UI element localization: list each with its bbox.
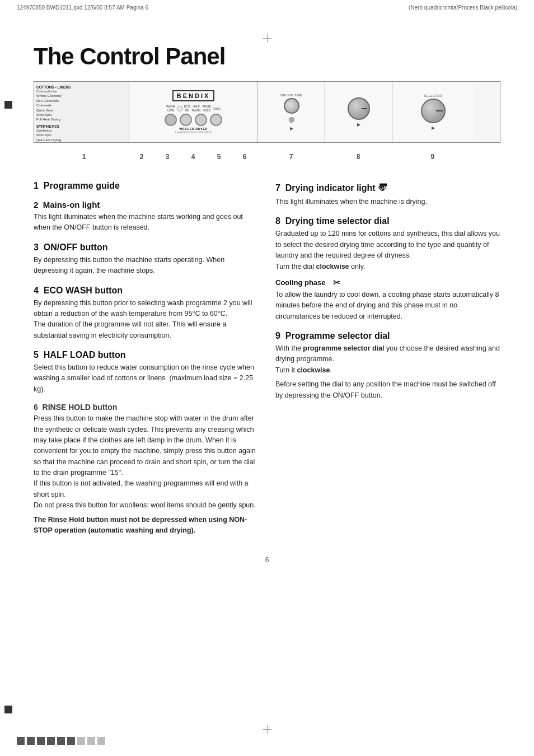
panel-synthetics-title: SYNTHETICS <box>36 124 127 128</box>
section-8-body: Graduated up to 120 mins for cottons and… <box>275 228 500 272</box>
num-9: 9 <box>392 153 473 161</box>
panel-cottons-programs: Cottons/Linen Whites Economy Non Coloure… <box>36 89 127 122</box>
panel-section-1: COTTONS - LINENS Cottons/Linen Whites Ec… <box>34 82 129 142</box>
bottom-square-7 <box>77 737 85 745</box>
top-meta-bar: 124970850 BWD1011.qxd 12/6/00 8:57 AM Pa… <box>0 0 534 15</box>
panel-eco-button[interactable] <box>180 114 192 126</box>
bottom-square-8 <box>87 737 95 745</box>
bottom-square-2 <box>27 737 35 745</box>
panel-half-button[interactable] <box>195 114 207 126</box>
panel-dial-8 <box>348 97 370 120</box>
crosshair-bottom-mark <box>263 725 271 734</box>
bottom-square-9 <box>97 737 105 745</box>
bottom-square-1 <box>17 737 25 745</box>
section-6-bold-body: The Rinse Hold button must not be depres… <box>34 515 259 536</box>
bottom-bar <box>17 737 105 745</box>
num-4: 4 <box>180 153 206 161</box>
bendix-logo: BENDIX <box>172 90 215 101</box>
section-8-heading: 8 Drying time selector dial <box>275 216 500 226</box>
num-8: 8 <box>325 153 392 161</box>
num-2: 2 <box>129 153 154 161</box>
panel-mains-light <box>177 106 182 111</box>
main-content: The Control Panel COTTONS - LINENS Cotto… <box>0 32 534 598</box>
panel-arrow-7: ▶ <box>290 126 293 131</box>
section-3-heading: 3 ON/OFF button <box>34 242 259 253</box>
cooling-phase-body: To allow the laundry to cool down, a coo… <box>275 290 500 322</box>
bottom-square-5 <box>57 737 65 745</box>
right-column: 7 Drying indicator light 〠 This light il… <box>275 172 500 539</box>
panel-drying-time-label: DRYING TIME <box>280 94 302 97</box>
section-5-heading: 5 HALF LOAD button <box>34 350 259 360</box>
panel-selector-label: SELECTOR <box>424 94 442 97</box>
bottom-square-4 <box>47 737 55 745</box>
section-5-body: Select this button to reduce water consu… <box>34 362 259 395</box>
panel-label-warm: WARM LOW <box>166 105 175 112</box>
panel-synthetics-programs: Synthetics Wool Spin Half Heat Drying <box>36 128 127 142</box>
bottom-square-6 <box>67 737 75 745</box>
panel-cottons-title: COTTONS - LINENS <box>36 85 127 89</box>
page-title: The Control Panel <box>34 43 500 70</box>
section-9-body2: Before setting the dial to any position … <box>275 379 500 401</box>
numbers-row: 1 2 3 4 5 6 7 8 9 <box>34 152 500 166</box>
panel-indicator-light-7 <box>289 117 294 123</box>
num-3: 3 <box>154 153 180 161</box>
section-2-body: This light illuminates when the machine … <box>34 212 259 234</box>
panel-label-eco: ECO ON <box>184 105 190 112</box>
num-5: 5 <box>206 153 232 161</box>
section-1-heading: 1 Programme guide <box>34 181 259 191</box>
section-9-heading: 9 Programme selector dial <box>275 331 500 341</box>
page-wrapper: 124970850 BWD1011.qxd 12/6/00 8:57 AM Pa… <box>0 0 534 756</box>
section-7-heading: 7 Drying indicator light 〠 <box>275 181 500 194</box>
reg-mark-bottom-left <box>4 706 12 713</box>
panel-section-7: DRYING TIME ▶ <box>258 82 325 142</box>
section-7-body: This light illuminates when the machine … <box>275 197 500 207</box>
section-2-heading: 2 Mains-on light <box>34 200 259 209</box>
drying-indicator-icon: 〠 <box>378 182 388 193</box>
section-9-body1: With the programme selector dial you cho… <box>275 343 500 376</box>
cooling-phase-icon: ✂ <box>333 278 340 288</box>
description-columns: 1 Programme guide 2 Mains-on light This … <box>34 172 500 539</box>
section-3-body: By depressing this button the machine st… <box>34 255 259 277</box>
panel-section-8: ▶ <box>325 82 392 142</box>
panel-onoff-button[interactable] <box>165 114 177 126</box>
panel-rinse-button[interactable] <box>210 114 222 126</box>
left-column: 1 Programme guide 2 Mains-on light This … <box>34 172 259 539</box>
section-6-body: Press this button to make the machine st… <box>34 413 259 511</box>
panel-diagram: COTTONS - LINENS Cottons/Linen Whites Ec… <box>34 81 500 143</box>
section-4-body: By depressing this button prior to selec… <box>34 298 259 342</box>
num-6: 6 <box>232 153 257 161</box>
panel-section-23456: BENDIX WARM LOW ECO ON HALF MAINS <box>129 82 258 142</box>
cooling-phase-heading: Cooling phase ✂ <box>275 278 500 288</box>
crosshair-top-mark <box>263 34 271 43</box>
panel-sub-label: LAVATRICE ASCIUGATRICE <box>175 130 212 134</box>
panel-section-9: SELECTOR ▶ <box>392 82 474 142</box>
num-1: 1 <box>34 153 129 161</box>
panel-label-half: HALF MAINS <box>192 105 201 112</box>
panel-label-rose: ROSE <box>213 107 221 110</box>
section-4-heading: 4 ECO WASH button <box>34 286 259 296</box>
bottom-square-3 <box>37 737 45 745</box>
panel-arrow-8: ▶ <box>357 122 360 127</box>
color-info: (Nero quadricromia/Process Black pellico… <box>409 4 517 11</box>
num-7: 7 <box>257 153 325 161</box>
reg-mark-top-left <box>4 101 12 109</box>
section-6-heading: 6 RINSE HOLD button <box>34 403 259 412</box>
panel-dial-9 <box>421 99 446 123</box>
file-info: 124970850 BWD1011.qxd 12/6/00 8:57 AM Pa… <box>17 4 148 11</box>
panel-label-rinse: RINSE HOLD <box>202 105 210 112</box>
page-number: 6 <box>34 556 500 564</box>
panel-buttons-row <box>165 114 222 126</box>
panel-arrow-9: ▶ <box>432 125 435 130</box>
panel-dial-7 <box>284 98 299 114</box>
